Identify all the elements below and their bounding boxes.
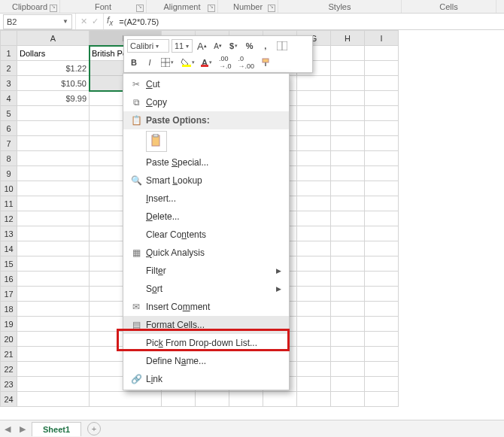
ctx-smart-lookup[interactable]: 🔍Smart Lookup [123,171,289,190]
increase-decimal-icon[interactable]: .0→.00 [235,56,257,69]
cell-A12[interactable] [17,211,90,226]
row-header-16[interactable]: 16 [1,272,17,287]
row-header-10[interactable]: 10 [1,181,17,196]
cell-I19[interactable] [365,317,399,332]
row-header-22[interactable]: 22 [1,362,17,377]
column-header-A[interactable]: A [17,31,90,46]
cell-H12[interactable] [331,211,365,226]
cell-I20[interactable] [365,332,399,347]
row-header-18[interactable]: 18 [1,302,17,317]
cell-I14[interactable] [365,241,399,256]
cell-I13[interactable] [365,226,399,241]
cell-H19[interactable] [331,317,365,332]
dialog-launcher-icon[interactable] [268,5,275,12]
cell-A23[interactable] [17,377,90,392]
format-painter-icon[interactable] [259,56,274,69]
cell-H8[interactable] [331,151,365,166]
cell-A11[interactable] [17,196,90,211]
enter-icon[interactable]: ✓ [92,17,99,26]
cell-G13[interactable] [297,226,331,241]
cell-A21[interactable] [17,347,90,362]
dialog-launcher-icon[interactable] [208,5,215,12]
cell-H16[interactable] [331,272,365,287]
font-color-icon[interactable]: A▾ [199,56,214,69]
cell-A1[interactable]: Dollars [17,46,90,61]
cell-C24[interactable] [162,392,196,407]
row-header-23[interactable]: 23 [1,377,17,392]
row-header-5[interactable]: 5 [1,106,17,121]
cell-G22[interactable] [297,362,331,377]
column-header-I[interactable]: I [365,31,399,46]
ctx-cut[interactable]: ✂Cut [123,75,289,93]
cell-I11[interactable] [365,196,399,211]
row-header-21[interactable]: 21 [1,347,17,362]
formula-input[interactable]: =(A2*0.75) [116,17,504,26]
cell-H11[interactable] [331,196,365,211]
row-header-6[interactable]: 6 [1,121,17,136]
ctx-paste-special[interactable]: Paste Special... [123,153,289,171]
row-header-17[interactable]: 17 [1,287,17,302]
cell-A2[interactable]: $1.22 [17,61,90,76]
cell-I7[interactable] [365,136,399,151]
cell-A7[interactable] [17,136,90,151]
cell-H1[interactable] [331,46,365,61]
select-all-corner[interactable] [1,31,17,46]
cell-G10[interactable] [297,181,331,196]
row-header-2[interactable]: 2 [1,61,17,76]
cell-F24[interactable] [263,392,297,407]
cell-G19[interactable] [297,317,331,332]
cell-G17[interactable] [297,287,331,302]
cell-A18[interactable] [17,302,90,317]
cell-G4[interactable] [297,91,331,106]
cell-A20[interactable] [17,332,90,347]
cell-H23[interactable] [331,377,365,392]
comma-icon[interactable]: , [259,39,272,53]
ctx-define-name[interactable]: Define Name... [123,352,289,370]
cell-H22[interactable] [331,362,365,377]
cell-A22[interactable] [17,362,90,377]
row-header-3[interactable]: 3 [1,76,17,91]
cell-D24[interactable] [196,392,229,407]
increase-font-icon[interactable]: A▴ [195,39,209,53]
cell-A3[interactable]: $10.50 [17,76,90,91]
ctx-clear-contents[interactable]: Clear Contents [123,226,289,244]
cell-H21[interactable] [331,347,365,362]
cell-H17[interactable] [331,287,365,302]
ctx-pick-from-list[interactable]: Pick From Drop-down List... [123,334,289,352]
cell-I12[interactable] [365,211,399,226]
ctx-sort[interactable]: Sort▶ [123,280,289,298]
cell-A4[interactable]: $9.99 [17,91,90,106]
cell-A14[interactable] [17,241,90,256]
cell-H18[interactable] [331,302,365,317]
cell-B24[interactable] [90,392,162,407]
cell-H7[interactable] [331,136,365,151]
cell-A19[interactable] [17,317,90,332]
row-header-9[interactable]: 9 [1,166,17,181]
ctx-link[interactable]: 🔗Link [123,370,289,388]
cell-I4[interactable] [365,91,399,106]
cell-H20[interactable] [331,332,365,347]
cell-G23[interactable] [297,377,331,392]
cell-H9[interactable] [331,166,365,181]
ctx-delete[interactable]: Delete... [123,208,289,226]
fill-color-icon[interactable]: ▾ [178,56,197,69]
row-header-13[interactable]: 13 [1,226,17,241]
ctx-quick-analysis[interactable]: ▦Quick Analysis [123,244,289,262]
cell-I15[interactable] [365,256,399,272]
ctx-filter[interactable]: Filter▶ [123,262,289,280]
cell-I21[interactable] [365,347,399,362]
row-header-20[interactable]: 20 [1,332,17,347]
row-header-19[interactable]: 19 [1,317,17,332]
cell-G21[interactable] [297,347,331,362]
cell-A5[interactable] [17,106,90,121]
cell-I8[interactable] [365,151,399,166]
cell-I3[interactable] [365,76,399,91]
cell-A9[interactable] [17,166,90,181]
cell-I9[interactable] [365,166,399,181]
cell-H2[interactable] [331,61,365,76]
cell-G14[interactable] [297,241,331,256]
decrease-font-icon[interactable]: A▾ [211,39,225,53]
cell-G16[interactable] [297,272,331,287]
merge-icon[interactable] [275,39,290,53]
cell-H6[interactable] [331,121,365,136]
